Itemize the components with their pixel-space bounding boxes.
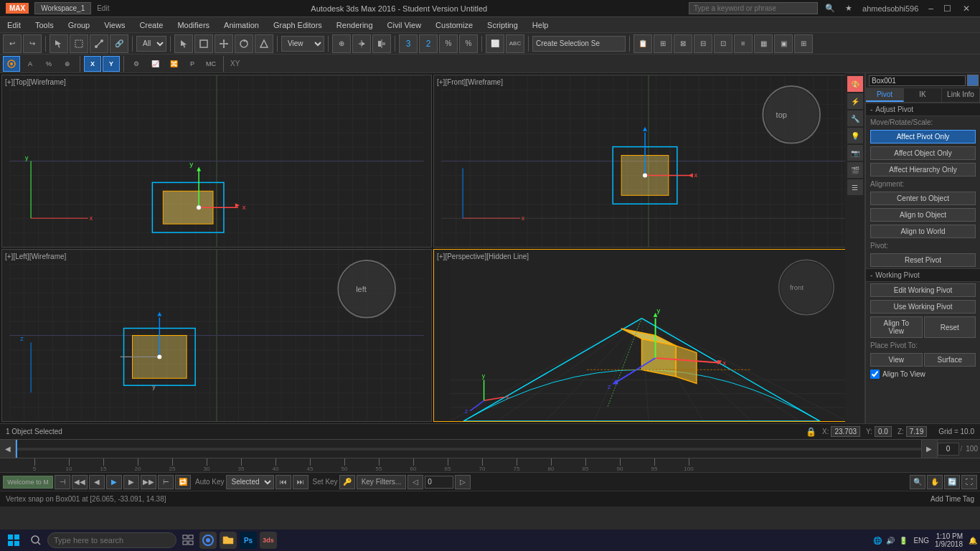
prev-frame-btn[interactable]: ◀◀ [72, 475, 88, 489]
schematic-btn[interactable]: 🔀 [165, 56, 182, 72]
snap-x-btn[interactable]: X [84, 56, 101, 72]
panel-icon-1[interactable]: 🎨 [847, 76, 863, 92]
menu-animation[interactable]: Animation [217, 19, 266, 31]
y-value[interactable]: 0.0 [875, 426, 892, 437]
snap-y-btn[interactable]: Y [103, 56, 120, 72]
anim-constraints-btn[interactable]: ⚙ [128, 56, 145, 72]
redo-button[interactable]: ↪ [23, 34, 42, 53]
prev-key-btn[interactable]: ◀ [89, 475, 105, 489]
key-mode-btn[interactable]: 🔑 [339, 475, 355, 489]
panel-icon-4[interactable]: 💡 [847, 128, 863, 143]
key-filters-btn[interactable]: Key Filters... [357, 475, 407, 489]
taskbar-search-input[interactable] [47, 532, 176, 548]
panel-icon-3[interactable]: 🔧 [847, 110, 863, 126]
title-search-input[interactable] [689, 2, 818, 14]
align-to-object-btn[interactable]: Align to Object [870, 208, 976, 222]
link-btn[interactable] [90, 34, 108, 53]
affect-object-only-btn[interactable]: Affect Object Only [870, 146, 976, 160]
taskbar-search-icon[interactable] [27, 532, 44, 549]
viewport-perspective-label[interactable]: [+][Perspective][Hidden Line] [437, 253, 529, 260]
spacing-btn[interactable]: ⊟ [694, 34, 712, 53]
undo-button[interactable]: ↩ [3, 34, 22, 53]
num2-btn[interactable]: 2 [419, 34, 438, 53]
align-btn[interactable] [372, 34, 391, 53]
tab-pivot[interactable]: Pivot [866, 88, 904, 102]
jump-start-btn[interactable]: ⏮ [275, 475, 291, 489]
view-dropdown[interactable]: View [281, 36, 324, 52]
viewport-perspective[interactable]: [+][Perspective][Hidden Line] [433, 249, 864, 422]
next-key-btn[interactable]: ▶ [123, 475, 139, 489]
ribbon-btn[interactable]: ▦ [754, 34, 773, 53]
user-icon[interactable]: ahmedsobhi596 [859, 4, 921, 13]
percent-btn[interactable]: % [439, 34, 458, 53]
timeline-slider[interactable] [16, 440, 922, 458]
reset-btn[interactable]: Reset [924, 316, 976, 338]
center-to-object-btn[interactable]: Center to Object [870, 192, 976, 205]
orbit-btn[interactable]: 🔄 [944, 475, 960, 489]
menu-views[interactable]: Views [97, 19, 132, 31]
motion-capture-btn[interactable]: MC [202, 56, 220, 72]
affect-hierarchy-only-btn[interactable]: Affect Hierarchy Only [870, 163, 976, 176]
taskbar-photoshop-icon[interactable]: Ps [240, 532, 257, 549]
menu-help[interactable]: Help [525, 19, 556, 31]
unlink-btn[interactable]: 🔗 [110, 34, 128, 53]
surface-btn[interactable]: Surface [924, 353, 976, 367]
menu-scripting[interactable]: Scripting [480, 19, 525, 31]
align-to-view-btn[interactable]: Align To View [870, 316, 923, 338]
panel-icon-5[interactable]: 📷 [847, 145, 863, 161]
percent-snap-btn[interactable]: % [40, 56, 57, 72]
abc-btn[interactable]: ABC [506, 34, 524, 53]
layer-btn[interactable]: ≡ [734, 34, 753, 53]
num1-btn[interactable]: 3 [399, 34, 418, 53]
affect-pivot-only-btn[interactable]: Affect Pivot Only [870, 130, 976, 143]
create-selection-box[interactable]: Create Selection Se [532, 36, 626, 52]
timeline-prev-btn[interactable]: ◀ [0, 440, 16, 458]
jump-end-btn[interactable]: ⏭ [293, 475, 308, 489]
panel-icon-7[interactable]: ☰ [847, 179, 863, 195]
zoom-btn[interactable]: 🔍 [910, 475, 925, 489]
key-btn-2[interactable]: ⊢ [158, 475, 174, 489]
maximize-button[interactable]: ☐ [941, 4, 954, 14]
spinner-snap-btn[interactable]: ⊕ [59, 56, 76, 72]
taskbar-chrome-icon[interactable] [199, 532, 217, 549]
object-color-swatch[interactable] [967, 75, 979, 86]
adjust-pivot-collapse[interactable]: - [870, 105, 872, 113]
extra-btn[interactable]: ▣ [774, 34, 793, 53]
taskbar-3dsmax-icon[interactable]: 3ds [260, 532, 277, 549]
menu-group[interactable]: Group [61, 19, 98, 31]
extra2-btn[interactable]: ⊞ [794, 34, 813, 53]
menu-graph-editors[interactable]: Graph Editors [266, 19, 329, 31]
viewport-top[interactable]: [+][Top][Wireframe] [1, 75, 432, 248]
panel-icon-6[interactable]: 🎬 [847, 162, 863, 178]
viewport-front-label[interactable]: [+][Front][Wireframe] [437, 78, 503, 86]
object-name-input[interactable] [869, 75, 966, 86]
key-btn-1[interactable]: ⊣ [55, 475, 70, 489]
snap-toggle-btn[interactable] [3, 56, 20, 72]
pan-btn[interactable]: ✋ [927, 475, 943, 489]
viewport-front[interactable]: [+][Front][Wireframe] top [433, 75, 864, 248]
tab-ik[interactable]: IK [904, 88, 942, 102]
pivot-btn[interactable]: ⊕ [332, 34, 351, 53]
tab-link-info[interactable]: Link Info [942, 88, 980, 102]
magnet-btn[interactable]: ⬜ [486, 34, 504, 53]
select-region-btn[interactable] [70, 34, 88, 53]
mirror-btn2[interactable]: ⊞ [654, 34, 672, 53]
viewport-left-label[interactable]: [+][Left][Wireframe] [5, 253, 66, 260]
menu-modifiers[interactable]: Modifiers [170, 19, 217, 31]
menu-edit[interactable]: Edit [0, 19, 28, 31]
timeline-next-btn[interactable]: ▶ [922, 440, 938, 458]
minimize-button[interactable]: – [925, 4, 936, 14]
working-pivot-collapse[interactable]: - [870, 271, 872, 279]
maximize-vp-btn[interactable]: ⛶ [961, 475, 977, 489]
lock-icon[interactable]: 🔒 [806, 427, 816, 437]
curve-editor-btn[interactable]: 📈 [146, 56, 164, 72]
menu-customize[interactable]: Customize [428, 19, 480, 31]
frame-number-input[interactable] [425, 476, 453, 489]
array-btn[interactable]: ⊠ [674, 34, 692, 53]
close-button[interactable]: ✕ [958, 4, 974, 14]
scale-btn[interactable] [255, 34, 273, 53]
notification-btn[interactable]: 🔔 [969, 537, 977, 545]
angle-snap-btn[interactable]: A [22, 56, 39, 72]
next-keyframe-btn[interactable]: ▷ [455, 475, 471, 489]
menu-rendering[interactable]: Rendering [329, 19, 380, 31]
